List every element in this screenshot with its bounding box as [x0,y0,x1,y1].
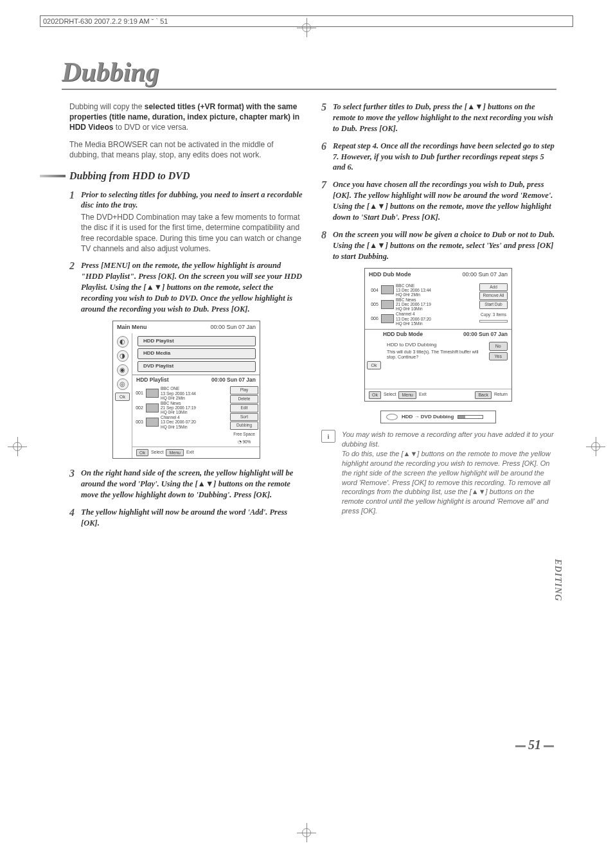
crop-mark-top [297,18,316,37]
step-8: 8 On the screen you will now be given a … [321,229,555,262]
media-icon: ◑ [117,350,129,362]
step-5: 5 To select further titles to Dub, press… [321,102,555,134]
fig-title: HDD Dub Mode [369,270,411,278]
return-label: Return [494,391,508,398]
dvd-playlist-button: DVD Playlist [138,361,256,372]
note-block: i You may wish to remove a recording aft… [321,430,555,516]
thumbnail-icon [146,389,159,398]
progress-label: HDD → DVD Dubbing [402,414,454,421]
list-item: 006 Channel 413 Dec 2006 07:20HQ 0Hr 15M… [370,312,475,325]
step-number: 3 [69,468,75,500]
fig-time: 00:00 Sun 07 Jan [210,323,256,331]
copy-count: Copy: 3 Items [479,312,508,318]
sort-button: Sort [230,413,258,421]
yes-button: Yes [489,352,508,360]
thumbnail-icon [381,314,394,323]
fig-title: Main Menu [117,323,147,331]
step-4: 4 The yellow highlight will now be aroun… [69,507,303,529]
step-number: 5 [321,102,326,134]
step-1: 1 Prior to selecting titles for dubbing,… [69,190,303,254]
select-label: Select [151,449,163,456]
menu-control: Menu [166,449,184,456]
sub-title: HDD Playlist [136,376,169,384]
thumbnail-icon [381,285,394,294]
settings-icon: ◎ [117,378,129,390]
step-number: 8 [321,230,326,262]
sub-title: HDD Dub Mode [383,331,423,338]
ok-button: Ok [367,361,382,369]
figure-main-menu: Main Menu 00:00 Sun 07 Jan ◐ ◑ ◉ ◎ Ok HD… [112,321,260,459]
step-title: Press [MENU] on the remote, the yellow h… [81,260,303,314]
eye-icon [386,414,398,420]
header-filename: 0202DRHT-630 2007.2.2 9:19 AM ˘ ` 51 [43,17,168,25]
remove-all-button: Remove All [479,292,508,300]
step-title: On the right hand side of the screen, th… [81,468,303,500]
step-title: To select further titles to Dub, press t… [333,102,555,134]
step-7: 7 Once you have chosen all the recording… [321,179,555,223]
intro-paragraph-2: The Media BROWSER can not be activated i… [69,139,303,160]
step-number: 6 [321,141,326,173]
thumbnail-icon [146,403,159,412]
section-tab: EDITING [553,559,563,601]
crop-mark-bottom [297,823,316,842]
step-title: Once you have chosen all the recordings … [333,179,555,223]
no-button: No [489,342,508,350]
menu-control: Menu [398,391,416,398]
globe-icon: ◐ [117,336,129,348]
select-label: Select [384,391,396,398]
step-2: 2 Press [MENU] on the remote, the yellow… [69,260,303,314]
step-title: Repeat step 4. Once all the recordings h… [333,141,555,173]
right-column: 5 To select further titles to Dub, press… [321,102,555,535]
exit-label: Exit [186,449,194,456]
action-panel: Play Delete Edit Sort Dubbing Free Space… [229,385,260,446]
note-line-1: You may wish to remove a recording after… [342,430,555,449]
figure-progress: HDD → DVD Dubbing [380,411,496,424]
play-button: Play [230,386,258,394]
sub-time: 00:00 Sun 07 Jan [211,376,256,384]
progress-bar [458,415,483,419]
step-number: 4 [69,508,75,529]
page-title: Dubbing [62,57,556,90]
fig-sidebar: ◐ ◑ ◉ ◎ Ok [113,333,132,459]
step-3: 3 On the right hand side of the screen, … [69,468,303,500]
step-number: 2 [69,261,75,314]
hdd-playlist-button: HDD Playlist [138,336,256,347]
info-icon: i [321,430,335,443]
content-columns: Dubbing will copy the selected titles (+… [69,102,555,535]
dub-action-panel: Add Remove All Start Dub Copy: 3 Items [478,282,509,328]
exit-label: Exit [419,391,427,398]
heading-bar-icon [40,175,66,177]
add-button: Add [479,283,508,292]
thumbnail-icon [381,300,394,309]
figure-dub-mode: HDD Dub Mode 00:00 Sun 07 Jan 004 BBC ON… [364,268,512,401]
dialog-text: This will dub 3 title(s). The Timeshift … [387,350,485,360]
ok-button: Ok [115,393,130,401]
step-body: The DVD+HDD Combination may take a few m… [81,212,303,254]
list-item: 003 Channel 413 Dec 2006 07:20HQ 0Hr 15M… [135,415,226,429]
back-control: Back [475,391,492,398]
disc-icon: ◉ [117,364,129,376]
section-heading: Dubbing from HDD to DVD [69,169,303,183]
progress-strip [479,320,508,323]
step-title: On the screen you will now be given a ch… [333,229,555,262]
note-line-2: To do this, use the [▲▼] buttons on the … [342,449,555,516]
free-space-value: ◔ 90% [230,439,258,445]
step-title: Prior to selecting titles for dubbing, y… [81,190,303,211]
dub-list: 004 BBC ONE13 Dec 2006 13:44HQ 0Hr 2Min … [368,282,478,328]
ok-control: Ok [136,449,148,456]
step-number: 1 [69,190,75,254]
playlist-list: 001 BBC ONE13 Sep 2006 13:44HQ 0Hr 2Min … [132,385,229,446]
step-number: 7 [321,180,326,223]
list-item: 002 BBC News21 Sep 2006 17:19HQ 0Hr 10Mi… [135,401,226,414]
free-space-label: Free Space [230,432,258,438]
intro-paragraph-1: Dubbing will copy the selected titles (+… [69,102,303,133]
edit-button: Edit [230,404,258,412]
dubbing-button: Dubbing [230,421,258,430]
list-item: 005 BBC News21 Dec 2006 17:19HQ 0Hr 10Mi… [370,297,475,311]
crop-mark-right [586,437,605,456]
ok-control: Ok [369,391,381,398]
sub-time: 00:00 Sun 07 Jan [463,331,508,338]
hdd-media-button: HDD Media [138,348,256,359]
left-column: Dubbing will copy the selected titles (+… [69,102,303,535]
list-item: 004 BBC ONE13 Dec 2006 13:44HQ 0Hr 2Min [370,283,475,297]
